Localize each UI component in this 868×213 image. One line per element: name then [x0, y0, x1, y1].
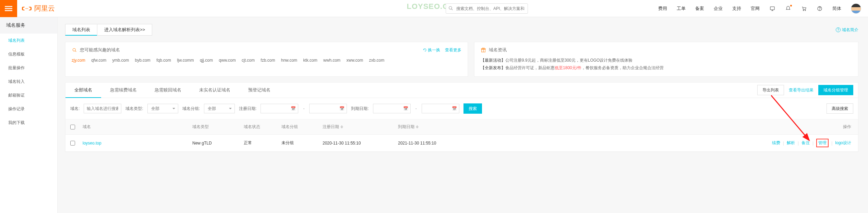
- view-export-link[interactable]: 查看导出结果: [789, 87, 813, 93]
- suggest-domain[interactable]: qjj.com: [200, 58, 213, 63]
- nav-ticket[interactable]: 工单: [677, 5, 686, 12]
- suggest-title: 您可能感兴趣的域名: [80, 47, 120, 53]
- filter-exp-label: 到期日期:: [351, 106, 369, 112]
- sort-icon: [416, 124, 419, 130]
- suggest-domain-hot[interactable]: zjy.com: [72, 58, 85, 63]
- filter-reg-to[interactable]: 📅: [309, 104, 347, 113]
- cell-reg: 2020-11-30 11:55:10: [323, 141, 398, 146]
- sidebar-item-transfer[interactable]: 域名转入: [0, 75, 57, 88]
- subtab-all[interactable]: 全部域名: [65, 83, 101, 98]
- sidebar-item-domain-list[interactable]: 域名列表: [0, 34, 57, 47]
- top-nav: 费用 工单 备案 企业 支持 官网 简体: [658, 3, 868, 14]
- filter-reg-label: 注册日期:: [239, 106, 256, 112]
- brand-name: 阿里云: [34, 4, 55, 13]
- suggest-domain[interactable]: byb.com: [135, 58, 150, 63]
- svg-point-3: [449, 6, 452, 9]
- suggest-list: zjy.com qfw.com ymb.com byb.com fqb.com …: [72, 57, 461, 64]
- th-status: 域名状态: [244, 124, 281, 130]
- subtab-redeem[interactable]: 急需赎回域名: [146, 83, 190, 98]
- sidebar-item-log[interactable]: 操作记录: [0, 102, 57, 116]
- lang-switch[interactable]: 简体: [832, 5, 841, 12]
- filter-group-label: 域名分组:: [182, 106, 200, 112]
- suggest-domain[interactable]: fzb.com: [261, 58, 275, 63]
- sidebar-item-batch[interactable]: 批量操作: [0, 61, 57, 75]
- filter-exp-from[interactable]: 📅: [373, 104, 411, 113]
- sidebar-item-download[interactable]: 我的下载: [0, 116, 57, 129]
- suggest-domain[interactable]: xww.com: [346, 58, 363, 63]
- suggest-card: 您可能感兴趣的域名 换一换 查看更多 zjy.com qfw.com ymb.c…: [65, 42, 468, 77]
- suggest-domain[interactable]: zxb.com: [369, 58, 385, 63]
- filter-exp-to[interactable]: 📅: [422, 104, 459, 113]
- suggest-domain[interactable]: ymb.com: [112, 58, 129, 63]
- group-manage-button[interactable]: 域名分组管理: [818, 85, 853, 95]
- brand-logo[interactable]: 阿里云: [17, 4, 60, 13]
- filter-bar: 域名: 域名类型: 全部 域名分组: 全部 注册日期: 📅 - 📅 到期日期: …: [65, 98, 858, 120]
- svg-line-4: [451, 9, 453, 10]
- tab-dns-list[interactable]: 进入域名解析列表>>: [97, 24, 152, 36]
- advanced-search-button[interactable]: 高级搜索: [827, 103, 853, 114]
- domain-panel: 全部域名 急需续费域名 急需赎回域名 未实名认证域名 预登记域名 导出列表 查看…: [65, 82, 858, 152]
- svg-point-9: [805, 10, 806, 11]
- th-name: 域名: [83, 124, 192, 130]
- more-link[interactable]: 查看更多: [445, 47, 461, 53]
- row-checkbox[interactable]: [70, 141, 75, 146]
- menu-toggle-button[interactable]: [0, 0, 17, 17]
- nav-beian[interactable]: 备案: [695, 5, 704, 12]
- news-title: 域名资讯: [489, 47, 507, 53]
- filter-group-select[interactable]: 全部: [204, 104, 235, 113]
- refresh-icon: [423, 48, 427, 52]
- subtab-prereg[interactable]: 预登记域名: [239, 83, 279, 98]
- nav-enterprise[interactable]: 企业: [714, 5, 723, 12]
- select-all-checkbox[interactable]: [70, 125, 75, 129]
- page-tabs: 域名列表 进入域名解析列表>> ?域名简介: [65, 24, 858, 36]
- bell-icon[interactable]: [785, 5, 791, 12]
- lightbulb-icon: [72, 47, 77, 53]
- filter-reg-from[interactable]: 📅: [261, 104, 298, 113]
- svg-rect-16: [481, 49, 485, 49]
- suggest-domain[interactable]: ktk.com: [303, 58, 317, 63]
- suggest-domain[interactable]: cjt.com: [242, 58, 255, 63]
- th-reg[interactable]: 注册日期: [323, 124, 398, 130]
- tab-domain-list[interactable]: 域名列表: [65, 24, 97, 36]
- filter-domain-label: 域名:: [70, 106, 80, 112]
- suggest-domain[interactable]: qfw.com: [91, 58, 106, 63]
- svg-line-13: [75, 51, 76, 52]
- news-card: 域名资讯 【最新活动】公司注册9.9元起，商标注册低至300元，更有LOGO设计…: [474, 42, 858, 77]
- nav-support[interactable]: 支持: [732, 5, 741, 12]
- table-row: loyseo.top New gTLD 正常 未分组 2020-11-30 11…: [65, 135, 858, 152]
- sidebar-title: 域名服务: [0, 17, 57, 34]
- news-item[interactable]: 【最新活动】公司注册9.9元起，商标注册低至300元，更有LOGO设计免费在线体…: [481, 57, 852, 64]
- search-icon: [448, 6, 453, 12]
- th-exp[interactable]: 到期日期: [398, 124, 473, 130]
- avatar[interactable]: [851, 3, 861, 14]
- news-item[interactable]: 【全新发布】食品经营许可证，新品钜惠低至1800元/件，餐饮服务必备资质，助力企…: [481, 64, 852, 72]
- subtab-unverified[interactable]: 未实名认证域名: [190, 83, 239, 98]
- cart-icon[interactable]: [801, 5, 807, 12]
- console-icon[interactable]: [769, 5, 775, 12]
- filter-type-select[interactable]: 全部: [147, 104, 178, 113]
- export-button[interactable]: 导出列表: [757, 85, 784, 95]
- filter-domain-input[interactable]: [84, 104, 121, 113]
- filter-type-label: 域名类型:: [125, 106, 143, 112]
- help-label: 域名简介: [842, 27, 858, 33]
- suggest-domain[interactable]: hnw.com: [281, 58, 297, 63]
- suggest-domain[interactable]: fqb.com: [156, 58, 171, 63]
- sidebar-item-template[interactable]: 信息模板: [0, 47, 57, 61]
- help-icon[interactable]: [817, 5, 823, 12]
- sidebar-item-email[interactable]: 邮箱验证: [0, 88, 57, 102]
- nav-website[interactable]: 官网: [751, 5, 760, 12]
- svg-rect-0: [5, 6, 12, 7]
- suggest-domain[interactable]: qww.com: [219, 58, 236, 63]
- domain-link[interactable]: loyseo.top: [83, 141, 101, 146]
- action-logo[interactable]: logo设计: [835, 140, 851, 146]
- main-content: 域名列表 进入域名解析列表>> ?域名简介 您可能感兴趣的域名 换一换 查看更多…: [58, 17, 868, 213]
- top-search-input[interactable]: [446, 3, 528, 14]
- nav-fee[interactable]: 费用: [658, 5, 667, 12]
- subtab-renew[interactable]: 急需续费域名: [101, 83, 146, 98]
- help-link[interactable]: ?域名简介: [836, 27, 858, 33]
- cell-status: 正常: [244, 140, 281, 146]
- search-button[interactable]: 搜索: [463, 103, 482, 114]
- suggest-domain[interactable]: ljw.comm: [177, 58, 194, 63]
- refresh-link[interactable]: 换一换: [423, 47, 440, 53]
- suggest-domain[interactable]: wwh.com: [323, 58, 340, 63]
